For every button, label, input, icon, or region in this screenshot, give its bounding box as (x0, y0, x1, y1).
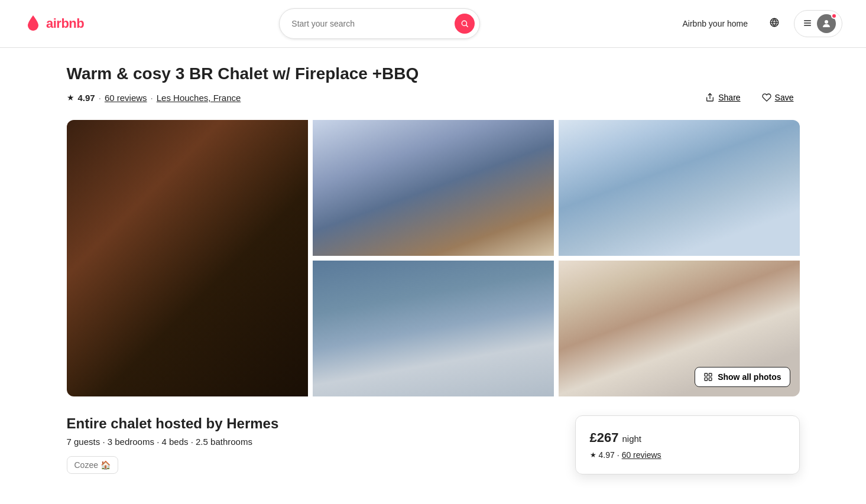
separator-dot: · (99, 93, 101, 103)
price-amount: £267 (590, 430, 619, 446)
grid-icon (703, 372, 713, 382)
bathrooms-detail: 2.5 bathrooms (196, 437, 252, 447)
location-link[interactable]: Les Houches, France (157, 93, 241, 103)
search-icon (460, 19, 469, 28)
price-separator: · (617, 450, 620, 460)
separator-dot-2: · (151, 93, 153, 103)
svg-point-2 (825, 20, 828, 24)
price-reviews-link[interactable]: 60 reviews (622, 450, 661, 460)
globe-icon (769, 17, 780, 28)
price-rating-value: 4.97 (599, 450, 615, 460)
price-row: £267 night (590, 430, 785, 446)
airbnb-logo-icon (24, 14, 43, 33)
badge-container: Cozee 🏠 (67, 456, 575, 474)
save-button[interactable]: Save (756, 89, 800, 106)
menu-icon (803, 18, 812, 28)
photo-top-right-1[interactable] (313, 120, 554, 256)
star-icon: ★ (67, 93, 74, 102)
photo-top-right-2[interactable] (559, 120, 800, 256)
hamburger-icon (803, 18, 812, 30)
svg-rect-6 (705, 378, 708, 381)
user-icon (821, 18, 832, 29)
guests-detail: 7 guests (67, 437, 100, 447)
avatar (817, 14, 836, 33)
show-all-photos-button[interactable]: Show all photos (695, 367, 790, 387)
share-icon (705, 93, 715, 102)
photo-bottom-right-2[interactable]: Show all photos (559, 261, 800, 396)
svg-rect-7 (709, 378, 712, 381)
reviews-link[interactable]: 60 reviews (105, 93, 147, 103)
save-label: Save (775, 93, 794, 102)
main-content: Warm & cosy 3 BR Chalet w/ Fireplace +BB… (43, 48, 823, 491)
language-button[interactable] (764, 12, 784, 35)
separator-1: · (102, 437, 107, 447)
listing-title: Warm & cosy 3 BR Chalet w/ Fireplace +BB… (67, 64, 800, 83)
hosted-by-title: Entire chalet hosted by Hermes (67, 415, 575, 432)
rating: 4.97 (78, 93, 95, 103)
separator-3: · (191, 437, 196, 447)
share-button[interactable]: Share (699, 89, 746, 106)
price-per-night: night (622, 434, 641, 444)
photo-grid: Show all photos (67, 120, 800, 396)
listing-meta: ★ 4.97 · 60 reviews · Les Houches, Franc… (67, 89, 800, 106)
listing-info: Entire chalet hosted by Hermes 7 guests … (67, 415, 575, 474)
notification-badge (831, 13, 837, 19)
search-button[interactable] (455, 14, 475, 34)
beds-detail: 4 beds (161, 437, 188, 447)
search-bar[interactable]: Start your search (279, 8, 480, 39)
header-right: Airbnb your home (675, 10, 842, 37)
user-menu[interactable] (794, 10, 842, 37)
show-photos-label: Show all photos (718, 372, 781, 382)
pricing-card: £267 night ★ 4.97 · 60 reviews (575, 415, 800, 474)
price-star-icon: ★ (590, 451, 596, 459)
header: airbnb Start your search Airbnb your hom… (0, 0, 866, 48)
logo-text: airbnb (46, 16, 84, 31)
listing-bottom: Entire chalet hosted by Hermes 7 guests … (67, 415, 800, 474)
bedrooms-detail: 3 bedrooms (108, 437, 154, 447)
photo-main[interactable] (67, 120, 308, 396)
listing-details: 7 guests · 3 bedrooms · 4 beds · 2.5 bat… (67, 437, 575, 447)
price-rating: ★ 4.97 · 60 reviews (590, 450, 785, 460)
svg-rect-4 (705, 373, 708, 376)
share-label: Share (718, 93, 740, 102)
cozee-badge: Cozee 🏠 (67, 456, 118, 474)
heart-icon (762, 93, 771, 102)
listing-meta-right: Share Save (699, 89, 799, 106)
search-bar-text: Start your search (291, 19, 447, 28)
svg-rect-5 (709, 373, 712, 376)
logo[interactable]: airbnb (24, 14, 84, 33)
photo-bottom-right-1[interactable] (313, 261, 554, 396)
listing-meta-left: ★ 4.97 · 60 reviews · Les Houches, Franc… (67, 93, 241, 103)
airbnb-home-link[interactable]: Airbnb your home (675, 14, 755, 33)
